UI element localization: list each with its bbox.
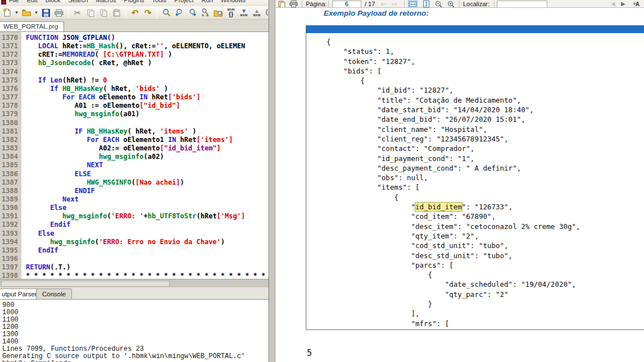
code-line[interactable]: 1383 A02:= oElemento["id_bid_item"] — [0, 143, 269, 151]
code-block-header — [306, 26, 644, 33]
code-line[interactable]: 1392 Endif — [0, 219, 269, 227]
code-line[interactable]: 1390 Else — [0, 202, 269, 210]
function-list-button[interactable] — [264, 7, 269, 19]
new-file-dropdown[interactable]: ▼ — [14, 7, 19, 19]
tab-web-portal-prg[interactable]: WEB_PORTAL.prg — [0, 21, 64, 32]
paste-button[interactable] — [111, 7, 122, 19]
find-next-result-button[interactable]: ▶ — [621, 0, 625, 8]
menu-search[interactable]: Search — [69, 0, 88, 3]
replace-button[interactable]: A→B — [199, 7, 211, 19]
menu-macros[interactable]: Macros — [96, 0, 116, 3]
new-file-button[interactable] — [1, 7, 12, 19]
main-label: MAIN — [241, 14, 248, 17]
tab-console[interactable]: Console — [36, 288, 72, 299]
magnifier-icon — [162, 8, 171, 17]
duplicate-button[interactable] — [98, 7, 109, 19]
zoom-in-button[interactable] — [447, 0, 455, 8]
code-line[interactable]: 1395 EndIf — [0, 245, 269, 253]
find-previous-button[interactable] — [174, 7, 185, 19]
match-case-button[interactable]: ªA — [633, 0, 640, 8]
json-line: "parcs": [ — [326, 261, 644, 271]
code-line[interactable]: 1385 NEXT — [0, 159, 269, 168]
toolbar-separator — [157, 8, 157, 18]
find-button[interactable] — [161, 7, 172, 19]
find-previous-result-button[interactable]: ◀ — [611, 0, 615, 8]
code-line[interactable]: 1374 — [0, 66, 269, 75]
code-line[interactable]: 1378 A01 := oElemento["id_bid"] — [0, 100, 269, 108]
next-function-button[interactable]: ▼MAIN — [238, 7, 250, 19]
code-line[interactable]: 1380 — [0, 117, 269, 126]
fit-page-button[interactable] — [421, 1, 431, 8]
code-line[interactable]: 1394 hwg_msginfo('ERRO: Erro no Envio da… — [0, 236, 269, 245]
menu-tools[interactable]: Tools — [152, 0, 167, 3]
code-line[interactable]: 1370FUNCTION JSON_GTPLAN() — [0, 32, 269, 40]
app-icon — [1, 0, 6, 4]
json-line: } — [326, 300, 644, 309]
copy-button[interactable] — [85, 7, 96, 19]
code-text: hwg_msginfo(a01) — [21, 110, 139, 118]
code-line[interactable]: 1386 ELSE — [0, 168, 269, 177]
menu-block[interactable]: Block — [46, 0, 61, 3]
code-line[interactable]: 1375 If Len(hRet) != 0 — [0, 75, 269, 83]
zoom-out-button[interactable] — [435, 0, 442, 8]
previous-function-button[interactable]: ▲MAIN — [251, 7, 262, 19]
next-page-button[interactable]: ⇨ — [392, 0, 397, 8]
code-line[interactable]: 1384 hwg_msginfo(a02) — [0, 151, 269, 159]
output-line: Generating C source output to '.hbmk\win… — [2, 352, 269, 360]
pane-splitter[interactable] — [270, 0, 275, 362]
code-line[interactable]: 1396 — [0, 253, 269, 262]
menu-file[interactable]: File — [9, 0, 19, 3]
code-line[interactable]: 1387 HWG_MSGINFO([Nao achei]) — [0, 177, 269, 185]
redo-button[interactable]: ↷ — [142, 7, 153, 19]
menu-project[interactable]: Project — [174, 0, 193, 3]
undo-icon: ↶ — [131, 8, 139, 17]
code-line[interactable]: 1393 Else — [0, 228, 269, 236]
code-line[interactable]: 1397RETURN(.T.) — [0, 262, 269, 270]
code-line[interactable]: 1371 LOCAL hRet:=HB_Hash(), cRet:='', oE… — [0, 40, 269, 49]
json-code-block: { "status": 1, "token": "12827", "bids":… — [306, 25, 644, 330]
menu-plugins[interactable]: Plugins — [124, 0, 144, 3]
fit-width-button[interactable] — [408, 1, 418, 8]
print-button[interactable] — [53, 7, 65, 19]
save-button[interactable] — [40, 7, 52, 19]
code-line[interactable]: 1377 For EACH oElemento IN hRet['bids'] — [0, 91, 269, 100]
code-line[interactable]: 1372 cRET:=MEMOREAD( [C:\GTPLAN.TXT] ) — [0, 49, 269, 57]
pdf-copy-button[interactable] — [278, 0, 285, 8]
code-line[interactable]: 1381 IF HB_HHasKey( hRet, 'items' ) — [0, 126, 269, 134]
find-input[interactable] — [497, 1, 547, 8]
find-in-files-button[interactable] — [212, 7, 224, 19]
printer-icon — [289, 1, 298, 7]
code-line[interactable]: 1379 hwg_msginfo(a01) — [0, 108, 269, 117]
code-area[interactable]: 1370FUNCTION JSON_GTPLAN()1371 LOCAL hRe… — [0, 32, 269, 279]
forward-arrow-icon: ⇨ — [392, 1, 397, 7]
code-line[interactable]: 1376 If HB_HHasKey( hRet, 'bids' ) — [0, 83, 269, 91]
open-file-button[interactable] — [21, 7, 32, 19]
pdf-print-button[interactable] — [289, 0, 298, 8]
menu-run[interactable]: Run — [202, 0, 213, 3]
main-function-button[interactable]: MAIN{} — [225, 7, 237, 19]
horizontal-scrollbar[interactable] — [0, 279, 269, 287]
cut-button[interactable]: ✂ — [72, 7, 83, 19]
tab-label: utput Parser — [2, 291, 37, 297]
line-number: 1398 — [0, 272, 21, 279]
toolbar-separator — [404, 1, 405, 7]
find-next-button[interactable] — [187, 7, 198, 19]
page-number: 5 — [307, 348, 312, 358]
menu-edit[interactable]: Edit — [27, 0, 38, 3]
undo-button[interactable]: ↶ — [129, 7, 140, 19]
code-line[interactable]: 1373 hb_JsonDecode( cRet, @hRet ) — [0, 57, 269, 66]
folder-magnifier-icon — [214, 9, 223, 17]
code-line[interactable]: 1389 Next — [0, 194, 269, 202]
payload-heading: Exemplo Payload de retorno: — [324, 9, 429, 17]
output-parser-panel: 90010001100120013001400Lines 7099, Funct… — [0, 299, 269, 362]
code-line[interactable]: 1388 ENDIF — [0, 185, 269, 194]
scrollbar-thumb[interactable] — [1, 281, 170, 287]
menu-windows[interactable]: Windows — [221, 0, 246, 3]
code-line[interactable]: 1398* * * * * * * * * * * * * * * * * * … — [0, 270, 269, 278]
previous-page-button[interactable]: ⇦ — [380, 0, 386, 8]
code-line[interactable]: 1391 hwg_msginfo('ERRO: '+hb_UTF8ToStr(h… — [0, 210, 269, 219]
json-line: "desc_item": "cetoconazol 2% creme 30g", — [326, 222, 644, 232]
page-number-input[interactable] — [332, 1, 361, 8]
open-file-dropdown[interactable]: ▼ — [34, 7, 39, 19]
code-line[interactable]: 1382 For EACH oElemento1 IN hRet['items'… — [0, 134, 269, 143]
